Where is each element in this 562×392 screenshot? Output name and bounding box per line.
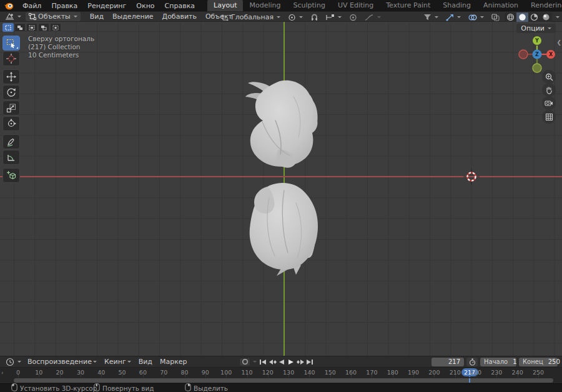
shading-material-button[interactable] xyxy=(528,12,540,22)
perspective-toggle-button[interactable] xyxy=(542,110,556,124)
camera-view-button[interactable] xyxy=(542,96,556,110)
viewport-display-controls xyxy=(421,12,560,22)
end-frame-value: 250 xyxy=(548,358,560,365)
workspace-tab[interactable]: Texture Paint xyxy=(380,0,436,11)
timeline-menu-chevron xyxy=(93,361,97,363)
collection-text: (217) Collection xyxy=(28,43,94,51)
auto-keying-button[interactable] xyxy=(239,358,250,366)
pan-button[interactable] xyxy=(542,83,556,97)
gizmo-y-label: Y xyxy=(535,38,539,44)
workspace-tabs: LayoutModelingSculptingUV EditingTexture… xyxy=(207,0,562,11)
next-keyframe-button[interactable] xyxy=(296,358,305,366)
tool-add-cube[interactable] xyxy=(2,168,20,183)
viewport-3d[interactable]: Опции Сверху ортогональ (217) Collection… xyxy=(0,22,562,356)
timeline-menu-item[interactable]: Кеинг xyxy=(101,357,135,366)
falloff-selector[interactable] xyxy=(362,13,383,22)
tool-select-box[interactable] xyxy=(2,36,20,51)
tool-scale[interactable] xyxy=(2,100,20,115)
topbar-menu-item[interactable]: Окно xyxy=(131,1,159,11)
current-frame-field[interactable]: 217 xyxy=(431,358,464,366)
visibility-filter-icon xyxy=(423,14,431,21)
timeline-menu-item[interactable]: Воспроизведение xyxy=(24,357,101,366)
tool-options-button[interactable]: Опции xyxy=(516,24,556,33)
start-frame-value: 1 xyxy=(513,358,516,365)
viewport-menu-item[interactable]: Добавить xyxy=(158,12,201,21)
mode-selector[interactable]: Объекты xyxy=(26,12,81,21)
end-frame-field[interactable]: Конец 250 xyxy=(519,358,558,366)
shading-wireframe-button[interactable] xyxy=(505,12,516,22)
model-lower[interactable] xyxy=(250,183,318,276)
shading-rendered-button[interactable] xyxy=(540,12,552,22)
snap-settings-button[interactable] xyxy=(323,13,344,22)
show-gizmo-button[interactable] xyxy=(443,13,463,22)
workspace-tab[interactable]: Modeling xyxy=(243,0,287,11)
xray-toggle-button[interactable] xyxy=(489,13,502,22)
options-label: Опции xyxy=(521,24,545,32)
model-upper[interactable] xyxy=(245,81,318,168)
snap-magnet-icon xyxy=(310,14,318,21)
topbar-menu-item[interactable]: Файл xyxy=(17,1,46,11)
gizmo-axis-x-negative[interactable] xyxy=(519,50,528,59)
timeline-scrollbar[interactable] xyxy=(14,378,553,383)
pivot-point-icon xyxy=(288,14,296,21)
workspace-tab[interactable]: Rendering xyxy=(525,0,562,11)
use-preview-range-button[interactable] xyxy=(466,358,478,366)
statusbar: Установить 3D-курсорПовернуть видВыделит… xyxy=(0,383,562,392)
play-reverse-button[interactable] xyxy=(277,358,286,366)
select-mode-invert-button[interactable] xyxy=(38,23,49,32)
tool-move[interactable] xyxy=(2,69,20,84)
timeline-scroll-area xyxy=(0,377,562,383)
jump-end-button[interactable] xyxy=(305,358,314,366)
tool-cursor[interactable] xyxy=(2,51,20,66)
blender-logo-icon[interactable] xyxy=(4,2,14,10)
viewport-menu-item[interactable]: Вид xyxy=(86,12,108,21)
statusbar-hint: Повернуть вид xyxy=(94,383,154,392)
viewport-menu-item[interactable]: Выделение xyxy=(108,12,158,21)
topbar-menu-item[interactable]: Правка xyxy=(46,1,82,11)
pivot-point-button[interactable] xyxy=(285,13,305,22)
shading-options-chevron[interactable] xyxy=(556,16,560,18)
timeline-editor-type-button[interactable] xyxy=(3,357,24,367)
topbar-menu-item[interactable]: Рендеринг xyxy=(82,1,131,11)
workspace-tab[interactable]: Sculpting xyxy=(287,0,332,11)
auto-keying-control xyxy=(239,358,257,366)
select-mode-extend-button[interactable] xyxy=(14,23,26,32)
tool-measure[interactable] xyxy=(2,150,20,165)
orientation-chevron xyxy=(277,16,280,18)
proportional-edit-button[interactable] xyxy=(347,13,360,22)
timeline-menu-item[interactable]: Вид xyxy=(135,357,156,366)
gizmo-axis-y-negative[interactable] xyxy=(533,64,541,72)
object-visibility-button[interactable] xyxy=(421,13,441,22)
workspace-tab[interactable]: Animation xyxy=(477,0,525,11)
topbar-menu-item[interactable]: Справка xyxy=(160,1,200,11)
sidebar-toggle-chevron[interactable]: ❮ xyxy=(556,39,561,46)
workspace-tab[interactable]: Layout xyxy=(207,0,243,11)
mode-label: Объекты xyxy=(38,12,71,21)
prev-keyframe-button[interactable] xyxy=(268,358,277,366)
play-button[interactable] xyxy=(287,358,295,366)
jump-start-button[interactable] xyxy=(259,358,267,366)
orientation-selector[interactable]: Глобальная xyxy=(219,12,283,22)
timeline-menu-item[interactable]: Маркер xyxy=(156,357,191,366)
tool-transform[interactable] xyxy=(2,116,20,131)
select-mode-intersect-button[interactable] xyxy=(50,23,61,32)
select-mode-new-button[interactable] xyxy=(2,23,14,32)
timeline-expand-arrow[interactable]: › xyxy=(1,370,4,376)
show-overlays-button[interactable] xyxy=(466,13,486,22)
falloff-curve-icon xyxy=(365,14,374,21)
timeline-ruler[interactable]: › 217 0102030405060708090100110120130140… xyxy=(0,367,562,377)
workspace-tab[interactable]: Shading xyxy=(436,0,477,11)
snap-toggle-button[interactable] xyxy=(308,13,321,22)
tool-annotate[interactable] xyxy=(2,134,20,149)
scrollbar-playhead-tick xyxy=(469,378,470,383)
tool-rotate[interactable] xyxy=(2,85,20,100)
zoom-button[interactable] xyxy=(542,70,556,84)
statusbar-hint: Выделить xyxy=(185,383,228,392)
select-mode-subtract-button[interactable] xyxy=(26,23,37,32)
start-frame-field[interactable]: Начало 1 xyxy=(480,358,516,366)
navigation-gizmo[interactable]: Y X Z xyxy=(517,36,557,73)
current-frame-value: 217 xyxy=(448,358,460,365)
shading-solid-button[interactable] xyxy=(516,12,528,22)
workspace-tab[interactable]: UV Editing xyxy=(332,0,380,11)
editor-type-button[interactable] xyxy=(2,12,24,21)
